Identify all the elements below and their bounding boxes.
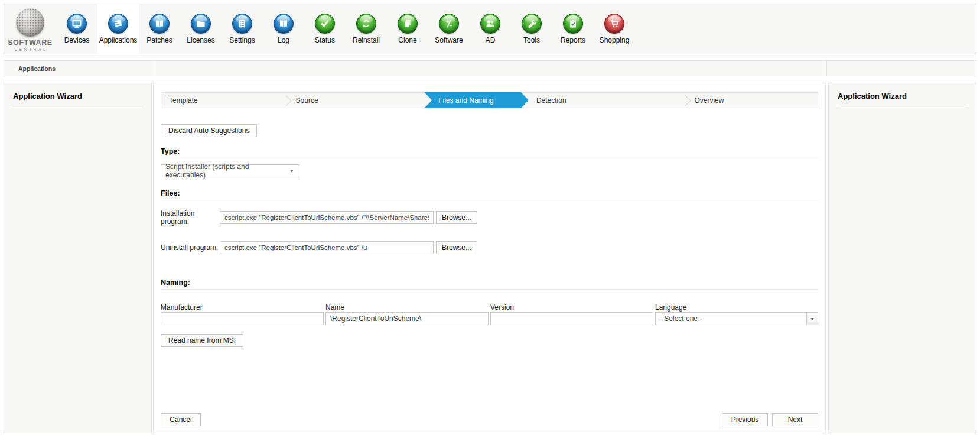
status-icon <box>315 14 335 34</box>
naming-field-inputs: - Select one -▼ <box>161 312 818 325</box>
wizard-step-label: Detection <box>536 96 566 105</box>
naming-label-language: Language <box>655 303 818 311</box>
ad-icon <box>480 14 500 34</box>
file-row-uninstall-program: Uninstall program:Browse... <box>161 241 818 254</box>
chevron-down-icon[interactable]: ▼ <box>806 313 818 325</box>
browse-button[interactable]: Browse... <box>436 211 477 224</box>
wizard-step-source[interactable]: Source <box>288 93 425 108</box>
version-input[interactable] <box>490 312 653 325</box>
toolbar-item-label: Reinstall <box>353 36 380 44</box>
reports-icon <box>563 14 583 34</box>
breadcrumb[interactable]: Applications <box>4 61 152 76</box>
file-row-installation-program: Installation program:Browse... <box>161 211 818 224</box>
toolbar-item-reports[interactable]: Reports <box>552 4 594 54</box>
chevron-down-icon: ▼ <box>289 168 294 174</box>
devices-icon <box>67 14 87 34</box>
toolbar-item-patches[interactable]: Patches <box>139 4 180 54</box>
language-dropdown-value: - Select one - <box>660 314 702 323</box>
wizard-step-template[interactable]: Template <box>161 93 288 108</box>
next-button[interactable]: Next <box>772 413 818 426</box>
toolbar-item-label: Log <box>278 36 289 44</box>
toolbar-item-label: Devices <box>64 36 90 44</box>
softwarecentral-window: SOFTWARE CENTRAL DevicesApplicationsPatc… <box>0 0 980 438</box>
naming-label-version: Version <box>490 303 653 311</box>
wizard-step-label: Files and Naming <box>438 96 493 105</box>
type-section-heading: Type: <box>161 147 818 158</box>
files-rule <box>161 200 818 200</box>
wizard-step-overview[interactable]: Overview <box>686 93 818 108</box>
patches-icon <box>149 14 170 34</box>
toolbar-item-licenses[interactable]: Licenses <box>180 4 222 54</box>
type-dropdown-value: Script Installer (scripts and executable… <box>165 163 285 179</box>
logo-text-central: CENTRAL <box>15 47 48 51</box>
wizard-step-detection[interactable]: Detection <box>529 93 687 108</box>
shopping-icon <box>604 14 624 34</box>
toolbar-items: DevicesApplicationsPatchesLicensesSettin… <box>56 4 635 54</box>
browse-button[interactable]: Browse... <box>436 241 477 254</box>
file-row-label: Installation program: <box>161 209 220 226</box>
logo-text-software: SOFTWARE <box>8 38 53 47</box>
naming-label-name: Name <box>325 303 489 311</box>
right-panel-title: Application Wizard <box>838 92 967 100</box>
toolbar-item-status[interactable]: Status <box>304 4 346 54</box>
wizard-step-label: Template <box>169 96 198 105</box>
left-panel: Application Wizard <box>4 83 152 433</box>
cancel-button[interactable]: Cancel <box>161 413 201 426</box>
toolbar-item-tools[interactable]: Tools <box>511 4 552 54</box>
toolbar-item-reinstall[interactable]: Reinstall <box>346 4 387 54</box>
clone-icon <box>398 14 418 34</box>
installation-program-input[interactable] <box>220 211 434 224</box>
toolbar-item-devices[interactable]: Devices <box>56 4 97 54</box>
toolbar-item-label: Settings <box>229 36 255 44</box>
wizard-step-label: Source <box>296 96 318 105</box>
read-name-from-msi-button[interactable]: Read name from MSI <box>161 334 243 347</box>
toolbar-item-applications[interactable]: Applications <box>97 4 139 54</box>
software-icon <box>439 14 459 34</box>
left-panel-rule <box>13 106 142 106</box>
discard-auto-suggestions-button[interactable]: Discard Auto Suggestions <box>161 124 257 137</box>
app-logo: SOFTWARE CENTRAL <box>4 4 56 54</box>
toolbar-item-label: Status <box>315 36 335 44</box>
settings-icon <box>232 14 252 34</box>
toolbar-item-clone[interactable]: Clone <box>387 4 428 54</box>
toolbar-item-ad[interactable]: AD <box>470 4 511 54</box>
application-wizard-panel: TemplateSourceFiles and NamingDetectionO… <box>153 83 826 433</box>
breadcrumb-right-cell <box>826 61 976 76</box>
files-label: Files: <box>161 189 818 197</box>
type-label: Type: <box>161 147 818 155</box>
type-dropdown[interactable]: Script Installer (scripts and executable… <box>161 164 299 177</box>
manufacturer-input[interactable] <box>161 312 324 325</box>
applications-icon <box>108 14 128 34</box>
naming-field-labels: ManufacturerNameVersionLanguage <box>161 303 818 311</box>
wizard-step-label: Overview <box>694 96 724 105</box>
file-rows: Installation program:Browse...Uninstall … <box>161 211 818 254</box>
toolbar-item-label: Patches <box>146 36 172 44</box>
tools-icon <box>522 14 542 34</box>
naming-section-heading: Naming: <box>161 278 818 290</box>
toolbar-item-software[interactable]: Software <box>428 4 470 54</box>
language-dropdown[interactable]: - Select one -▼ <box>655 312 818 325</box>
toolbar-item-label: Software <box>435 36 463 44</box>
file-row-label: Uninstall program: <box>161 244 220 252</box>
previous-button[interactable]: Previous <box>722 413 768 426</box>
toolbar-item-settings[interactable]: Settings <box>222 4 263 54</box>
wizard-footer: Cancel Previous Next <box>161 413 818 426</box>
toolbar-item-label: Tools <box>523 36 540 44</box>
naming-label-manufacturer: Manufacturer <box>161 303 324 311</box>
files-section-heading: Files: <box>161 189 818 200</box>
toolbar-item-label: Applications <box>99 36 138 44</box>
toolbar-item-label: Clone <box>398 36 416 44</box>
uninstall-program-input[interactable] <box>220 241 434 254</box>
toolbar-item-shopping[interactable]: Shopping <box>594 4 635 54</box>
wizard-step-files-and-naming[interactable]: Files and Naming <box>424 92 529 108</box>
footer-right-buttons: Previous Next <box>722 413 818 426</box>
log-icon <box>274 14 294 34</box>
toolbar-item-label: Reports <box>561 36 585 44</box>
name-input[interactable] <box>325 312 489 325</box>
licenses-icon <box>191 14 211 34</box>
breadcrumb-bar: Applications <box>4 60 976 76</box>
toolbar-item-log[interactable]: Log <box>263 4 304 54</box>
logo-sphere-icon <box>16 8 44 37</box>
type-rule <box>161 158 818 158</box>
toolbar-item-label: AD <box>486 36 496 44</box>
